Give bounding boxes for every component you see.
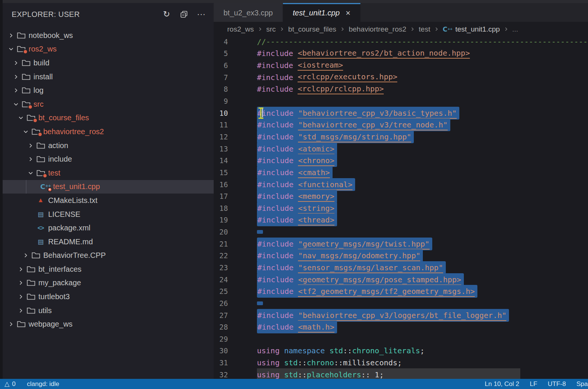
code-line-15[interactable]: 15#include <cmath> bbox=[214, 166, 588, 179]
collapse-folders-icon[interactable] bbox=[179, 9, 189, 19]
code-line-text: #include <atomic> bbox=[257, 142, 337, 155]
code-token: #include bbox=[257, 85, 298, 94]
code-line-10[interactable]: 10#include "behaviortree_cpp_v3/basic_ty… bbox=[214, 107, 588, 119]
breadcrumb-item-ros2_ws[interactable]: ros2_ws bbox=[227, 25, 254, 33]
code-line-21[interactable]: 21#include "geometry_msgs/msg/twist.hpp" bbox=[214, 238, 588, 250]
chevron-right-icon[interactable] bbox=[16, 280, 25, 286]
breadcrumb-item-behaviortree_ros2[interactable]: behaviortree_ros2 bbox=[349, 25, 406, 33]
chevron-down-icon[interactable] bbox=[6, 46, 15, 52]
tree-item-bt_course_files[interactable]: bt_course_files bbox=[3, 111, 214, 125]
tab-test_unit1.cpp[interactable]: test_unit1.cpp× bbox=[283, 3, 360, 22]
tree-item-include[interactable]: include bbox=[3, 152, 214, 166]
code-line-14[interactable]: 14#include <chrono> bbox=[214, 154, 588, 166]
chevron-right-icon[interactable] bbox=[21, 253, 30, 258]
tree-item-src[interactable]: src bbox=[3, 97, 214, 111]
chevron-right-icon[interactable] bbox=[26, 143, 35, 148]
chevron-right-icon[interactable] bbox=[11, 74, 20, 80]
chevron-right-icon[interactable] bbox=[6, 321, 15, 327]
status-item-LF[interactable]: LF bbox=[530, 380, 537, 388]
chevron-right-icon[interactable] bbox=[16, 266, 25, 272]
breadcrumb-item-src[interactable]: src bbox=[266, 25, 276, 33]
more-actions-icon[interactable]: ··· bbox=[196, 9, 206, 19]
tab-bt_u2_ex3.cpp[interactable]: bt_u2_ex3.cpp bbox=[214, 3, 283, 22]
code-line-16[interactable]: 16#include <functional> bbox=[214, 179, 588, 191]
tree-item-action[interactable]: action bbox=[3, 139, 214, 153]
code-line-9[interactable]: 9 bbox=[214, 95, 588, 107]
close-tab-icon[interactable]: × bbox=[346, 9, 351, 17]
tab-label: bt_u2_ex3.cpp bbox=[223, 9, 273, 17]
chevron-right-icon[interactable] bbox=[11, 88, 20, 93]
status-item-Spac[interactable]: Spac bbox=[576, 380, 588, 388]
breadcrumb-item-test_unit1.cpp[interactable]: test_unit1.cpp bbox=[455, 25, 500, 33]
chevron-down-icon[interactable] bbox=[21, 129, 30, 135]
code-line-11[interactable]: 11#include "behaviortree_cpp_v3/tree_nod… bbox=[214, 119, 588, 131]
code-line-29[interactable]: 29 bbox=[214, 333, 588, 345]
code-line-12[interactable]: 12#include "std_msgs/msg/string.hpp" bbox=[214, 131, 588, 143]
code-line-7[interactable]: 7#include <rclcpp/executors.hpp> bbox=[214, 71, 588, 83]
tree-item-install[interactable]: install bbox=[3, 70, 214, 84]
code-editor[interactable]: 4//-------------------------------------… bbox=[214, 36, 588, 379]
tree-item-behaviortree_ros2[interactable]: behaviortree_ros2 bbox=[3, 125, 214, 139]
tree-item-test_unit1.cpp[interactable]: C++×test_unit1.cpp bbox=[3, 180, 214, 194]
refresh-explorer-icon[interactable]: ↻ bbox=[162, 9, 172, 19]
chevron-down-icon[interactable] bbox=[16, 115, 25, 121]
code-line-23[interactable]: 23#include "sensor_msgs/msg/laser_scan.h… bbox=[214, 262, 588, 274]
tree-item-label: LICENSE bbox=[48, 210, 81, 219]
tree-item-turtlebot3[interactable]: turtlebot3 bbox=[3, 290, 214, 304]
tree-item-README.md[interactable]: ▤README.md bbox=[3, 235, 214, 249]
problems-indicator[interactable]: △0 bbox=[5, 380, 16, 388]
code-line-8[interactable]: 8#include <rclcpp/rclcpp.hpp> bbox=[214, 83, 588, 95]
breadcrumb-item-...[interactable]: ... bbox=[512, 25, 518, 33]
chevron-right-icon[interactable] bbox=[6, 33, 15, 38]
code-line-30[interactable]: 30using namespace std::chrono_literals; bbox=[214, 345, 588, 357]
code-line-6[interactable]: 6#include <iostream> bbox=[214, 59, 588, 71]
tree-item-package.xml[interactable]: <>package.xml bbox=[3, 221, 214, 235]
tree-item-LICENSE[interactable]: ▤LICENSE bbox=[3, 207, 214, 221]
tree-item-test[interactable]: test bbox=[3, 166, 214, 180]
tree-item-CMakeLists.txt[interactable]: ▲CMakeLists.txt bbox=[3, 194, 214, 207]
tree-item-log[interactable]: log bbox=[3, 83, 214, 97]
chevron-right-icon[interactable] bbox=[16, 308, 25, 313]
code-line-4[interactable]: 4//-------------------------------------… bbox=[214, 36, 588, 48]
chevron-down-icon[interactable] bbox=[11, 101, 20, 107]
tree-item-build[interactable]: build bbox=[3, 56, 214, 70]
status-item-clangd: idle[interactable]: clangd: idle bbox=[27, 380, 59, 388]
code-line-28[interactable]: 28#include <math.h> bbox=[214, 321, 588, 333]
tree-item-webpage_ws[interactable]: webpage_ws bbox=[3, 317, 214, 331]
code-line-31[interactable]: 31using std::chrono::milliseconds; bbox=[214, 357, 588, 369]
code-line-text: #include "behaviortree_cpp_v3/loggers/bt… bbox=[257, 309, 509, 322]
code-token: <iostream> bbox=[298, 61, 343, 71]
chevron-right-icon[interactable] bbox=[11, 60, 20, 66]
tree-item-my_package[interactable]: my_package bbox=[3, 276, 214, 290]
code-line-5[interactable]: 5#include <behaviortree_ros2/bt_action_n… bbox=[214, 48, 588, 60]
code-line-20[interactable]: 20 bbox=[214, 226, 588, 238]
code-line-17[interactable]: 17#include <memory> bbox=[214, 190, 588, 202]
status-item-label: Ln 10, Col 2 bbox=[485, 380, 520, 388]
folder-icon bbox=[30, 128, 41, 135]
code-line-24[interactable]: 24#include <geometry_msgs/msg/pose_stamp… bbox=[214, 274, 588, 286]
code-line-32[interactable]: 32using std::placeholders::_1; bbox=[214, 369, 588, 379]
code-line-25[interactable]: 25#include <tf2_geometry_msgs/tf2_geomet… bbox=[214, 285, 588, 297]
code-line-text: #include <memory> bbox=[257, 190, 337, 203]
chevron-down-icon[interactable] bbox=[26, 170, 35, 176]
code-line-22[interactable]: 22#include "nav_msgs/msg/odometry.hpp" bbox=[214, 250, 588, 262]
code-line-13[interactable]: 13#include <atomic> bbox=[214, 143, 588, 155]
breadcrumb[interactable]: ros2_wssrcbt_course_filesbehaviortree_ro… bbox=[214, 23, 588, 36]
chevron-right-icon[interactable] bbox=[26, 156, 35, 162]
tree-item-BehaviorTree.CPP[interactable]: BehaviorTree.CPP bbox=[3, 249, 214, 263]
code-line-27[interactable]: 27#include "behaviortree_cpp_v3/loggers/… bbox=[214, 309, 588, 321]
breadcrumb-separator-icon bbox=[504, 27, 509, 32]
tree-item-utils[interactable]: utils bbox=[3, 304, 214, 318]
code-line-18[interactable]: 18#include <string> bbox=[214, 202, 588, 214]
code-line-19[interactable]: 19#include <thread> bbox=[214, 214, 588, 226]
status-item-Ln 10, Col 2[interactable]: Ln 10, Col 2 bbox=[485, 380, 520, 388]
breadcrumb-item-bt_course_files[interactable]: bt_course_files bbox=[288, 25, 336, 33]
code-token: #include bbox=[257, 49, 298, 58]
tree-item-ros2_ws[interactable]: ros2_ws bbox=[3, 42, 214, 56]
code-line-26[interactable]: 26 bbox=[214, 297, 588, 309]
status-item-UTF-8[interactable]: UTF-8 bbox=[548, 380, 566, 388]
tree-item-bt_interfaces[interactable]: bt_interfaces bbox=[3, 262, 214, 276]
breadcrumb-item-test[interactable]: test bbox=[419, 25, 430, 33]
tree-item-notebook_ws[interactable]: notebook_ws bbox=[3, 29, 214, 42]
chevron-right-icon[interactable] bbox=[16, 294, 25, 300]
